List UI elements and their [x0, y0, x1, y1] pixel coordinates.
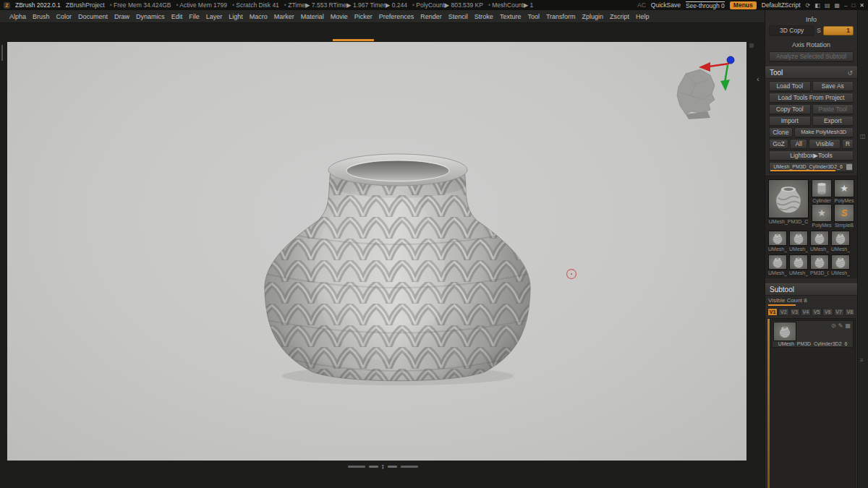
tool-thumb-5[interactable]: UMesh_	[768, 254, 787, 276]
tool-thumb-6[interactable]: UMesh_	[789, 254, 808, 276]
load-tools-from-project-button[interactable]: Load Tools From Project	[769, 93, 854, 103]
grid-icon[interactable]: ▦	[845, 322, 851, 329]
canvas-scroll-controls[interactable]: ▴ ▾	[348, 463, 418, 469]
maximize-icon[interactable]: □	[851, 2, 855, 9]
tool-palette-header[interactable]: Tool ↺	[765, 67, 857, 79]
tool-thumb-8[interactable]: UMesh_	[831, 254, 850, 276]
menu-macro[interactable]: Macro	[250, 13, 268, 20]
tool-thumb-4[interactable]: UMesh_	[831, 231, 850, 252]
subtool-list[interactable]: ⊙ ✎ ▦ UMesh_PM3D_Cylinder3D2_6	[767, 318, 856, 488]
export-button[interactable]: Export	[812, 116, 854, 126]
menu-color[interactable]: Color	[56, 13, 72, 20]
nav-preview-head[interactable]	[677, 56, 734, 119]
tool-thumb-7[interactable]: PM3D_C	[810, 254, 829, 276]
layout-grid-icon[interactable]: ▦	[834, 2, 840, 9]
default-zscript-button[interactable]: DefaultZScript	[762, 1, 801, 9]
clone-button[interactable]: Clone	[769, 127, 793, 137]
scroll-bar-right-small[interactable]	[388, 466, 397, 468]
tool-thumb-1[interactable]: UMesh_	[768, 231, 787, 252]
menu-zplugin[interactable]: Zplugin	[582, 13, 604, 20]
menu-picker[interactable]: Picker	[354, 13, 373, 20]
goz-all-button[interactable]: All	[790, 139, 807, 149]
goz-r-button[interactable]: R	[842, 139, 854, 149]
ac-button[interactable]: AC	[637, 1, 646, 9]
pen-icon[interactable]: ✎	[838, 322, 843, 329]
menu-texture[interactable]: Texture	[500, 13, 522, 20]
menu-marker[interactable]: Marker	[274, 13, 294, 20]
3d-copy-button[interactable]: 3D Copy	[769, 25, 814, 35]
subtool-item[interactable]: ⊙ ✎ ▦ UMesh_PM3D_Cylinder3D2_6	[772, 320, 854, 348]
menu-document[interactable]: Document	[78, 13, 108, 20]
menu-layer[interactable]: Layer	[206, 13, 223, 20]
s-value-slider[interactable]: 1	[823, 26, 854, 35]
timeline-marker[interactable]	[333, 39, 374, 41]
menu-preferences[interactable]: Preferences	[379, 13, 414, 20]
menu-brush[interactable]: Brush	[33, 13, 50, 20]
tab-v8[interactable]: V8	[845, 308, 855, 316]
menu-render[interactable]: Render	[420, 13, 442, 20]
tab-v2[interactable]: V2	[778, 308, 788, 316]
menu-material[interactable]: Material	[301, 13, 324, 20]
paste-tool-button[interactable]: Paste Tool	[812, 104, 854, 114]
quicksave-button[interactable]: QuickSave	[651, 1, 681, 9]
tab-v4[interactable]: V4	[801, 308, 811, 316]
menus-toggle-button[interactable]: Menus	[730, 1, 757, 9]
menu-draw[interactable]: Draw	[114, 13, 129, 20]
analyze-selected-subtool-button[interactable]: Analyze Selected Subtool	[769, 51, 854, 61]
save-as-button[interactable]: Save As	[812, 81, 854, 91]
minimize-icon[interactable]: –	[844, 2, 847, 9]
goz-visible-button[interactable]: Visible	[809, 139, 841, 149]
recent-tool-polymesh2[interactable]: ★ PolyMes	[812, 204, 832, 228]
tool-thumb-3[interactable]: UMesh_	[810, 231, 829, 252]
recent-tool-cylinder[interactable]: Cylinder	[812, 179, 832, 204]
menu-stencil[interactable]: Stencil	[448, 13, 468, 20]
sculpt-model[interactable]	[253, 154, 542, 389]
see-through-slider[interactable]: See-through 0	[686, 1, 725, 9]
scroll-bar-right[interactable]	[401, 466, 418, 468]
menu-tool[interactable]: Tool	[527, 13, 540, 20]
recent-tool-polymesh[interactable]: ★ PolyMes	[834, 179, 854, 204]
scroll-bar-left[interactable]	[348, 466, 365, 468]
active-tool-name-button[interactable]: UMesh_PM3D_Cylinder3D2_6	[769, 162, 854, 172]
viewport-svg[interactable]	[7, 42, 746, 461]
goz-button[interactable]: GoZ	[769, 139, 788, 149]
sync-icon[interactable]: ⟳	[806, 2, 811, 9]
menu-transform[interactable]: Transform	[546, 13, 576, 20]
menu-dynamics[interactable]: Dynamics	[136, 13, 165, 20]
subtool-item-thumbnail[interactable]	[773, 322, 796, 341]
tab-v5[interactable]: V5	[812, 308, 822, 316]
scroll-bar-left-small[interactable]	[369, 466, 378, 468]
left-scrollbar[interactable]	[1, 45, 3, 61]
close-icon[interactable]: ✕	[859, 2, 864, 9]
menu-movie[interactable]: Movie	[331, 13, 348, 20]
layout-rows-icon[interactable]: ▤	[825, 2, 830, 9]
dock-panel-icon[interactable]: ◫	[860, 133, 866, 140]
tool-palette-collapse-icon[interactable]: ‹	[757, 74, 760, 83]
recent-tool-simplebrush[interactable]: S SimpleB	[834, 204, 854, 228]
menu-edit[interactable]: Edit	[171, 13, 183, 20]
scroll-down-icon[interactable]: ▾	[382, 466, 384, 469]
tool-thumb-2[interactable]: UMesh_	[789, 231, 808, 252]
subtool-palette-header[interactable]: Subtool	[765, 283, 857, 296]
import-button[interactable]: Import	[769, 116, 811, 126]
tab-v3[interactable]: V3	[790, 308, 800, 316]
menu-file[interactable]: File	[189, 13, 200, 20]
tab-v7[interactable]: V7	[834, 308, 844, 316]
panel-split-icon[interactable]: ◧	[814, 2, 820, 9]
make-polymesh3d-button[interactable]: Make PolyMesh3D	[794, 127, 854, 137]
dock-menu-icon[interactable]: ≡	[860, 357, 864, 364]
menu-help[interactable]: Help	[636, 13, 650, 20]
active-tool-thumbnail[interactable]	[768, 179, 809, 218]
menu-light[interactable]: Light	[229, 13, 243, 20]
menu-zscript[interactable]: Zscript	[610, 13, 629, 20]
menu-stroke[interactable]: Stroke	[475, 13, 493, 20]
divider-handle[interactable]	[749, 43, 754, 48]
viewport-canvas[interactable]	[7, 42, 746, 461]
copy-tool-button[interactable]: Copy Tool	[769, 104, 811, 114]
tool-reset-icon[interactable]: ↺	[847, 69, 853, 77]
menu-alpha[interactable]: Alpha	[9, 13, 26, 20]
load-tool-button[interactable]: Load Tool	[769, 81, 811, 91]
eye-icon[interactable]: ⊙	[831, 322, 836, 329]
lightbox-tools-button[interactable]: Lightbox▶Tools	[769, 150, 854, 160]
tab-v6[interactable]: V6	[822, 308, 833, 316]
